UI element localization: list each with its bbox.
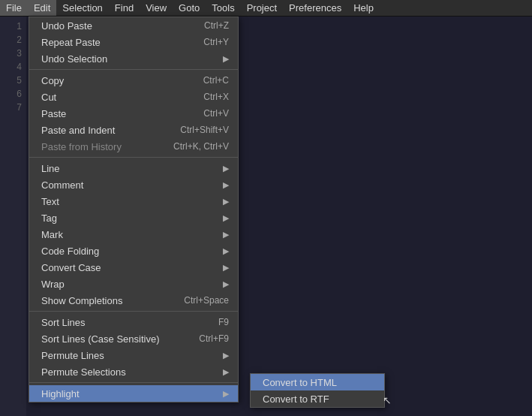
menu-item-text[interactable]: Text ▶ [29,193,238,210]
menu-help[interactable]: Help [347,0,380,16]
menu-item-paste-indent[interactable]: Paste and Indent Ctrl+Shift+V [29,122,238,138]
menu-item-repeat-paste[interactable]: Repeat Paste Ctrl+Y [29,34,238,50]
menu-item-sort-lines[interactable]: Sort Lines F9 [29,314,238,330]
menu-item-undo-selection[interactable]: Undo Selection ▶ [29,50,238,67]
line-number: 4 [0,60,22,74]
menu-view[interactable]: View [140,0,173,16]
menu-item-permute-selections[interactable]: Permute Selections ▶ [29,363,238,380]
menu-item-cut[interactable]: Cut Ctrl+X [29,89,238,105]
menu-item-line[interactable]: Line ▶ [29,160,238,176]
line-number: 1 [0,20,22,33]
menubar: File Edit Selection Find View Goto Tools… [0,0,532,17]
menu-selection[interactable]: Selection [56,0,108,16]
menu-preferences[interactable]: Preferences [283,0,347,16]
separator-1 [29,69,238,70]
edit-dropdown-menu: Undo Paste Ctrl+Z Repeat Paste Ctrl+Y Un… [29,17,239,402]
line-number: 7 [0,101,22,114]
menu-item-copy[interactable]: Copy Ctrl+C [29,72,238,89]
menu-tools[interactable]: Tools [206,0,240,16]
menu-item-paste[interactable]: Paste Ctrl+V [29,105,238,122]
menu-item-highlight[interactable]: Highlight ▶ [29,385,238,402]
line-number: 6 [0,87,22,101]
menu-item-code-folding[interactable]: Code Folding ▶ [29,243,238,259]
separator-2 [29,157,238,158]
menu-file[interactable]: File [0,0,28,16]
menu-project[interactable]: Project [241,0,283,16]
separator-4 [29,382,238,383]
menu-item-show-completions[interactable]: Show Completions Ctrl+Space [29,292,238,309]
menu-item-wrap[interactable]: Wrap ▶ [29,276,238,292]
menu-item-convert-case[interactable]: Convert Case ▶ [29,259,238,276]
menu-item-undo-paste[interactable]: Undo Paste Ctrl+Z [29,17,238,34]
menu-item-paste-history[interactable]: Paste from History Ctrl+K, Ctrl+V [29,138,238,155]
separator-3 [29,311,238,312]
menu-item-permute-lines[interactable]: Permute Lines ▶ [29,347,238,363]
menu-item-comment[interactable]: Comment ▶ [29,176,238,193]
menu-item-convert-html[interactable]: Convert to HTML [251,374,384,390]
menu-edit[interactable]: Edit [28,0,56,16]
menu-goto[interactable]: Goto [173,0,206,16]
line-number: 2 [0,33,22,47]
menu-item-tag[interactable]: Tag ▶ [29,210,238,226]
menu-find[interactable]: Find [109,0,140,16]
highlight-submenu: Convert to HTML Convert to RTF [250,373,385,408]
line-number: 5 [0,74,22,87]
menu-item-mark[interactable]: Mark ▶ [29,226,238,243]
menu-item-sort-lines-case[interactable]: Sort Lines (Case Sensitive) Ctrl+F9 [29,330,238,347]
line-number: 3 [0,47,22,60]
line-numbers: 1 2 3 4 5 6 7 [0,17,26,416]
menu-item-convert-rtf[interactable]: Convert to RTF [251,390,384,407]
